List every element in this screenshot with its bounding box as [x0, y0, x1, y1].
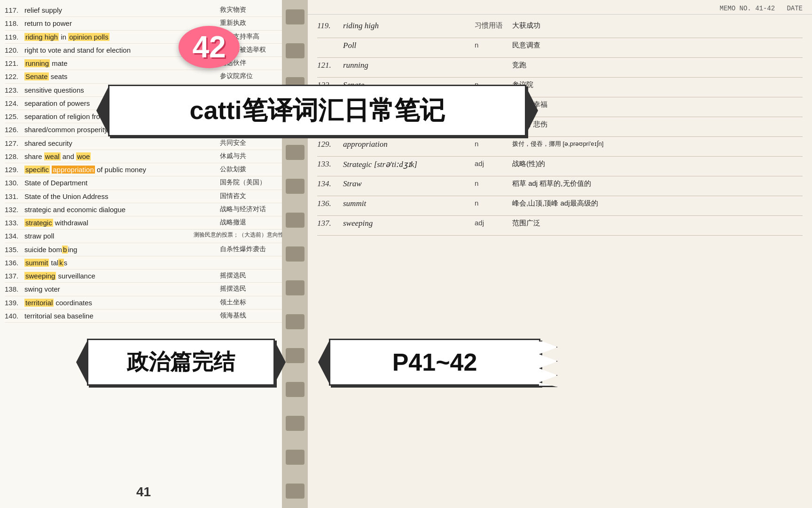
list-item: 137. sweeping surveillance 摇摆选民 [5, 270, 295, 283]
nb-row: 129. appropriation n 拨付，侵吞，挪用 [ə,prəʊpri… [317, 137, 803, 157]
left-panel: 117. relief supply 救灾物资 118. return to p… [0, 0, 296, 508]
list-item: 135. suicide bombing 自杀性爆炸袭击 [5, 243, 295, 256]
list-item: 134. straw poll 测验民意的投票；（大选前）意向性投票 [5, 230, 295, 243]
list-item: 130. State of Department 国务院（美国） [5, 176, 295, 190]
notebook-header: MEMO NO. 41-42 DATE [308, 0, 812, 15]
list-item: 136. summit talks [5, 256, 295, 270]
page-number: 41 [136, 484, 151, 500]
list-item: 119. riding high in opinion polls 民调支持率高 [5, 31, 295, 44]
list-item: 118. return to power 重新执政 [5, 17, 295, 30]
nb-row: 137. sweeping adj 范围广泛 [317, 216, 803, 236]
memo-value: 41-42 [755, 5, 775, 12]
nb-row: 136. summit n 峰会,山顶,顶峰 adj最高级的 [317, 196, 803, 216]
list-item: 138. swing voter 摇摆选民 [5, 283, 295, 296]
list-item: 139. territorial coordinates 领土坐标 [5, 296, 295, 310]
list-item: 127. shared security 共同安全 [5, 137, 295, 150]
nb-row: 133. Strategic [strə'tiːdʒɪk] adj 战略(性)的 [317, 157, 803, 176]
list-item: 133. strategic withdrawal 战略撤退 [5, 216, 295, 230]
nb-row: 119. riding high 习惯用语 大获成功 [317, 18, 803, 38]
memo-label: MEMO NO. [720, 5, 751, 12]
list-item: 121. running mate 竞选伙伴 [5, 57, 295, 70]
date-label: DATE [787, 5, 803, 12]
right-panel: MEMO NO. 41-42 DATE 119. riding high 习惯用… [308, 0, 812, 508]
list-item: 128. share weal and woe 休戚与共 [5, 150, 295, 163]
list-item: 140. territorial sea baseline 领海基线 [5, 310, 295, 323]
banner-politics: 政治篇完结 [87, 339, 275, 386]
nb-row: 121. running 竞跑 [317, 58, 803, 78]
list-item: 131. State of the Union Address 国情咨文 [5, 190, 295, 203]
nb-row: 134. Straw n 稻草 adj 稻草的,无价值的 [317, 176, 803, 196]
list-item: 122. Senate seats 参议院席位 [5, 70, 295, 83]
banner-catti: catti笔译词汇日常笔记 [108, 85, 526, 136]
badge-42: 42 [179, 26, 240, 68]
nb-row: Poll n 民意调查 [317, 38, 803, 58]
vocab-list: 117. relief supply 救灾物资 118. return to p… [0, 0, 295, 326]
mid-divider [282, 0, 308, 508]
list-item: 129. specific appropriation of public mo… [5, 163, 295, 176]
list-item: 117. relief supply 救灾物资 [5, 4, 295, 17]
list-item: 132. strategic and economic dialogue 战略与… [5, 203, 295, 216]
banner-page: P41~42 [329, 339, 540, 386]
list-item: 120. right to vote and stand for elec­ti… [5, 44, 295, 57]
